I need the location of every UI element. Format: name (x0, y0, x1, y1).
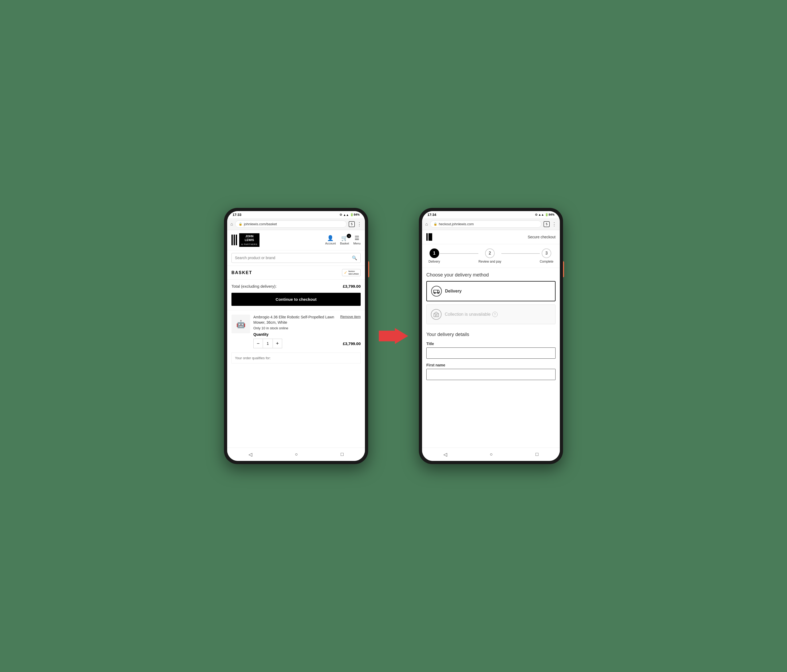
firstname-label: First name (426, 363, 556, 367)
checkout-button[interactable]: Continue to checkout (231, 293, 361, 306)
back-button-1[interactable]: ◁ (248, 451, 252, 457)
step-3-label: Complete (540, 260, 553, 263)
quantity-decrease-button[interactable]: − (253, 339, 263, 348)
basket-title-row: BASKET ✓ NortonSECURED (227, 265, 365, 280)
delivery-truck-icon (431, 286, 442, 297)
recent-button-1[interactable]: □ (341, 451, 344, 457)
total-label: Total (excluding delivery): (231, 284, 277, 289)
logo-bar-3 (236, 235, 237, 245)
total-row: Total (excluding delivery): £3,799.00 (227, 280, 365, 293)
quantity-row: − 1 + £3,799.00 (253, 339, 361, 348)
menu-dots-1[interactable]: ⋮ (357, 221, 362, 227)
delivery-option-delivery[interactable]: Delivery (426, 281, 556, 301)
norton-badge: ✓ NortonSECURED (342, 269, 361, 276)
nav-icons: 👤 Account 🛒 1 Basket ☰ Menu (325, 235, 361, 245)
product-stock: Only 10 in stock online (253, 326, 361, 330)
search-input[interactable] (235, 256, 352, 260)
home-icon-2[interactable]: ⌂ (425, 222, 428, 227)
collection-unavailable-row: Collection is unavailable ? (445, 312, 498, 317)
step-1-label: Delivery (428, 260, 440, 263)
delivery-method-title: Choose your delivery method (422, 268, 560, 281)
home-button-1[interactable]: ○ (295, 451, 298, 457)
search-icon[interactable]: 🔍 (352, 256, 357, 260)
order-qualifies-banner: Your order qualifies for: (231, 353, 361, 363)
logo-bar-2 (234, 235, 235, 245)
browser-chrome-2: ⌂ 🔒 heckout.johnlewis.com 5 ⋮ (422, 218, 560, 230)
step-complete: 3 Complete (540, 248, 553, 263)
time-1: 17:33 (232, 213, 241, 217)
home-icon[interactable]: ⌂ (231, 222, 233, 227)
url-bar-1[interactable]: 🔒 johnlewis.com/basket (235, 221, 347, 228)
home-button-2[interactable]: ○ (490, 451, 493, 457)
menu-nav[interactable]: ☰ Menu (353, 235, 361, 245)
status-bar-2: 17:34 ⊙ ▲▲ 🔋84% (422, 211, 560, 218)
phone-basket: 17:33 ⊙ ▲▲ 🔋84% ⌂ 🔒 johnlewis.com/basket… (224, 208, 368, 464)
collection-store-icon (431, 309, 442, 320)
form-group-firstname: First name (422, 361, 560, 382)
step-connector-2 (501, 253, 540, 254)
jl-header: JOHNLEWIS& PARTNERS 👤 Account 🛒 1 Basket (227, 230, 365, 250)
firstname-input[interactable] (426, 369, 556, 380)
checkout-page: Secure checkout 1 Delivery 2 Review and … (422, 230, 560, 448)
back-button-2[interactable]: ◁ (443, 451, 447, 457)
phone-bottom-1: ◁ ○ □ (227, 448, 365, 461)
tab-count-1[interactable]: 5 (349, 221, 355, 227)
url-bar-2[interactable]: 🔒 heckout.johnlewis.com (430, 221, 542, 228)
url-text-2: heckout.johnlewis.com (439, 222, 474, 226)
quantity-controls: − 1 + (253, 339, 282, 348)
checkout-header: Secure checkout (422, 230, 560, 244)
question-icon[interactable]: ? (492, 312, 498, 317)
status-icons-2: ⊙ ▲▲ 🔋84% (535, 213, 555, 216)
search-bar[interactable]: 🔍 (231, 253, 361, 263)
step-connector-1 (440, 253, 479, 254)
jl-logo-text: JOHNLEWIS& PARTNERS (239, 233, 259, 247)
basket-page: JOHNLEWIS& PARTNERS 👤 Account 🛒 1 Basket (227, 230, 365, 448)
quantity-value: 1 (263, 339, 273, 348)
secure-checkout-text: Secure checkout (528, 235, 556, 239)
order-qualifies-text: Your order qualifies for: (235, 356, 271, 360)
product-name: Ambrogio 4.36 Elite Robotic Self-Propell… (253, 315, 338, 325)
browser-chrome-1: ⌂ 🔒 johnlewis.com/basket 5 ⋮ (227, 218, 365, 230)
status-icons-1: ⊙ ▲▲ 🔋84% (340, 213, 360, 216)
checkout-bar-2 (428, 233, 432, 241)
norton-text: NortonSECURED (348, 270, 359, 275)
account-nav[interactable]: 👤 Account (325, 235, 336, 245)
tab-count-2[interactable]: 5 (544, 221, 550, 227)
svg-rect-4 (435, 315, 437, 317)
recent-button-2[interactable]: □ (536, 451, 539, 457)
account-label: Account (325, 242, 336, 245)
menu-label: Menu (353, 242, 361, 245)
menu-dots-2[interactable]: ⋮ (552, 221, 556, 227)
status-icons-text: ⊙ ▲▲ 🔋84% (535, 213, 555, 216)
form-group-title: Title (422, 339, 560, 361)
title-input[interactable] (426, 347, 556, 359)
progress-steps: 1 Delivery 2 Review and pay 3 Complete (422, 244, 560, 268)
step-1-circle: 1 (430, 248, 439, 258)
checkout-logo (426, 233, 435, 241)
basket-nav[interactable]: 🛒 1 Basket (340, 235, 349, 245)
norton-check-icon: ✓ (344, 270, 347, 275)
phone-checkout: 17:34 ⊙ ▲▲ 🔋84% ⌂ 🔒 heckout.johnlewis.co… (419, 208, 563, 464)
quantity-label: Quantity (253, 332, 361, 336)
time-2: 17:34 (427, 213, 436, 217)
jl-logo: JOHNLEWIS& PARTNERS (231, 233, 259, 247)
basket-title: BASKET (231, 270, 252, 275)
quantity-increase-button[interactable]: + (273, 339, 282, 348)
remove-item-link[interactable]: Remove item (340, 315, 361, 319)
lock-icon-1: 🔒 (239, 222, 242, 226)
step-3-circle: 3 (542, 248, 551, 258)
delivery-details-title: Your delivery details (422, 328, 560, 339)
url-text-1: johnlewis.com/basket (244, 222, 277, 226)
phone-bottom-2: ◁ ○ □ (422, 448, 560, 461)
logo-bars (231, 235, 237, 245)
svg-rect-3 (434, 314, 439, 317)
whatsapp-icon: ⊙ (340, 213, 342, 216)
delivery-option-text: Delivery (445, 289, 461, 293)
menu-icon: ☰ (354, 235, 359, 241)
collection-unavailable-text: Collection is unavailable (445, 312, 491, 317)
total-amount: £3,799.00 (343, 284, 361, 289)
basket-label: Basket (340, 242, 349, 245)
checkout-bar-1 (426, 233, 428, 241)
step-delivery: 1 Delivery (428, 248, 440, 263)
step-2-label: Review and pay (479, 260, 501, 263)
